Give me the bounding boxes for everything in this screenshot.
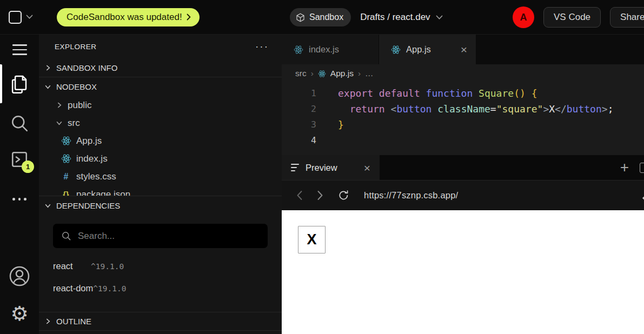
code-line[interactable]: 2 return <button className="square">X</b… [282, 101, 644, 117]
explorer-sidebar: EXPLORER ··· SANDBOX INFO NODEBOX public… [39, 35, 282, 334]
file-tree: public src App.js index.js [39, 96, 282, 196]
code-editor[interactable]: 1export default function Square() {2 ret… [282, 83, 644, 155]
tree-folder-public[interactable]: public [39, 96, 282, 114]
section-nodebox[interactable]: NODEBOX [39, 77, 282, 96]
forward-icon[interactable] [317, 190, 323, 201]
explorer-icon[interactable] [0, 74, 39, 94]
dependency-search-input[interactable] [78, 231, 260, 242]
share-button[interactable]: Share [610, 7, 644, 28]
preview-address-bar: https://77sznp.csb.app/ [282, 180, 644, 210]
chevron-down-icon [436, 15, 443, 20]
update-banner-button[interactable]: CodeSandbox was updated! [57, 8, 200, 26]
chevron-right-icon [44, 64, 51, 71]
avatar-letter: A [520, 12, 527, 23]
chevron-right-icon [44, 318, 51, 325]
breadcrumb-separator-icon: › [311, 69, 314, 78]
section-dependencies[interactable]: DEPENDENCIES [39, 196, 282, 215]
preview-tab-bar: Preview × + [282, 155, 644, 180]
topbar-center: Sandbox Drafts / react.dev [290, 0, 443, 35]
more-actions-icon[interactable] [0, 198, 39, 201]
sandbox-badge[interactable]: Sandbox [290, 8, 351, 26]
preview-list-icon [291, 164, 299, 171]
react-icon [391, 45, 401, 55]
preview-actions: + [620, 155, 644, 180]
react-icon [61, 153, 71, 164]
tree-label: App.js [76, 136, 102, 146]
url-field[interactable]: https://77sznp.csb.app/ [364, 190, 458, 201]
tree-label: public [68, 100, 91, 111]
terminal-icon[interactable]: 1 [0, 150, 39, 169]
dependency-name: react-dom [53, 283, 93, 293]
line-number: 2 [282, 101, 316, 117]
chevron-right-icon [56, 102, 63, 109]
refresh-icon[interactable] [337, 189, 350, 202]
split-layout-icon[interactable] [640, 163, 644, 173]
topbar: CodeSandbox was updated! Sandbox Drafts … [0, 0, 644, 35]
project-breadcrumb[interactable]: Drafts / react.dev [360, 12, 442, 23]
activity-bar: 1 ⚙ [0, 35, 39, 334]
section-sandbox-info[interactable]: SANDBOX INFO [39, 58, 282, 77]
explorer-header: EXPLORER ··· [39, 35, 282, 58]
breadcrumb-file[interactable]: App.js [330, 69, 354, 78]
preview-viewport: X [282, 210, 644, 334]
tree-file-indexjs[interactable]: index.js [39, 150, 282, 168]
body-row: 1 ⚙ EXPLORER ··· SANDBOX INFO NODEBOX [0, 35, 644, 334]
tree-file-appjs[interactable]: App.js [39, 132, 282, 150]
code-line[interactable]: 1export default function Square() { [282, 85, 644, 101]
avatar[interactable]: A [513, 6, 534, 28]
chevron-down-icon [44, 83, 51, 90]
close-preview-icon[interactable]: × [364, 162, 370, 173]
window-icon [9, 11, 22, 24]
cube-icon [295, 12, 306, 23]
preview-tab[interactable]: Preview × [282, 155, 380, 180]
tree-file-stylescss[interactable]: # styles.css [39, 168, 282, 185]
line-number: 3 [282, 117, 316, 132]
close-tab-icon[interactable]: × [461, 44, 467, 55]
update-banner-label: CodeSandbox was updated! [67, 12, 182, 23]
dependency-row-react[interactable]: react ^19.1.0 [39, 255, 282, 277]
add-panel-icon[interactable]: + [620, 160, 629, 175]
dependency-name: react [53, 261, 91, 271]
react-icon [318, 70, 326, 78]
tab-indexjs[interactable]: index.js [282, 35, 379, 64]
tree-label: package.json [76, 189, 130, 196]
code-line[interactable]: 3} [282, 117, 644, 132]
dependency-row-react-dom[interactable]: react-dom ^19.1.0 [39, 277, 282, 299]
tab-appjs[interactable]: App.js × [379, 35, 476, 64]
css-hash-icon: # [61, 172, 71, 182]
code-line[interactable]: 4 [282, 132, 644, 148]
breadcrumb-separator-icon: › [358, 69, 361, 78]
menu-icon[interactable] [0, 44, 39, 55]
tree-label: styles.css [76, 171, 116, 182]
code-line-content: } [316, 117, 344, 132]
vscode-button[interactable]: VS Code [543, 7, 601, 28]
breadcrumb-folder[interactable]: src [295, 69, 307, 78]
search-icon [61, 231, 71, 241]
back-icon[interactable] [296, 190, 303, 201]
breadcrumb-more[interactable]: … [365, 69, 374, 78]
tab-label: index.js [309, 44, 339, 55]
topbar-left: CodeSandbox was updated! [9, 8, 200, 26]
account-icon[interactable] [0, 265, 39, 287]
code-line-content [316, 132, 338, 148]
codesandbox-app: CodeSandbox was updated! Sandbox Drafts … [0, 0, 644, 334]
section-label: DEPENDENCIES [56, 201, 120, 210]
react-icon [61, 136, 71, 146]
explorer-title: EXPLORER [55, 43, 97, 51]
json-braces-icon: {} [61, 190, 71, 196]
section-outline[interactable]: OUTLINE [39, 312, 282, 331]
dependency-version: ^19.1.0 [91, 262, 124, 271]
settings-gear-icon[interactable]: ⚙ [0, 304, 39, 324]
sidebar-spacer [39, 299, 282, 312]
tree-label: src [68, 118, 80, 129]
square-button[interactable]: X [298, 226, 326, 253]
dependency-version: ^19.1.0 [93, 284, 126, 293]
tree-folder-src[interactable]: src [39, 114, 282, 132]
search-icon[interactable] [0, 113, 39, 133]
workspace-menu[interactable] [9, 11, 33, 24]
editor-preview-panel: index.js App.js × src › App.js › … 1expo… [282, 35, 644, 334]
preview-tab-label: Preview [306, 163, 337, 173]
project-breadcrumb-label: Drafts / react.dev [360, 12, 430, 23]
tree-file-packagejson[interactable]: {} package.json [39, 185, 282, 196]
topbar-right: A VS Code Share [513, 0, 644, 35]
